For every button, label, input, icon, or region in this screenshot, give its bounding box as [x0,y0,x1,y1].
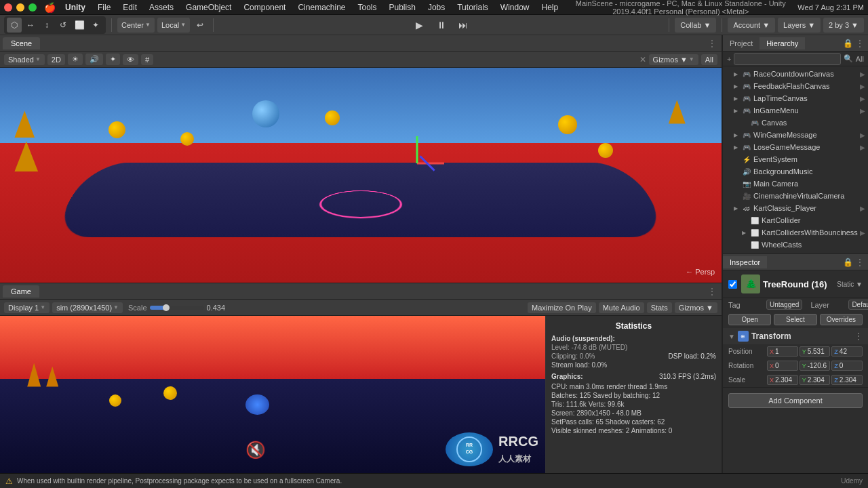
scale-x-field[interactable]: X 2.304 [767,375,798,385]
menu-file[interactable]: File [92,2,116,13]
active-checkbox[interactable] [728,280,737,289]
layout-button[interactable]: 2 by 3 ▼ [823,18,864,33]
list-item[interactable]: 🎮Canvas [723,117,868,129]
grid-btn[interactable]: # [141,54,153,65]
transform-header[interactable]: ▼ ⊕ Transform ⋮ [723,328,868,344]
game-options-icon[interactable]: ⋮ [705,285,719,298]
scale-slider[interactable] [150,306,204,310]
menu-tools[interactable]: Tools [353,2,382,13]
list-item[interactable]: 🎥CinemachineVirtualCamera [723,190,868,202]
resolution-dropdown[interactable]: sim (2890x1450) ▼ [52,302,123,313]
list-item[interactable]: ▶🎮LapTimeCanvas▶ [723,92,868,104]
menu-assets[interactable]: Assets [144,2,179,13]
list-item[interactable]: ⬜WheelCasts [723,239,868,251]
display-dropdown[interactable]: Display 1 ▼ [4,302,50,313]
menu-tutorials[interactable]: Tutorials [452,2,494,13]
close-button[interactable] [4,3,12,12]
pos-y-field[interactable]: Y 5.531 [800,346,831,357]
expand-right-icon: ▶ [860,229,865,237]
minimize-button[interactable] [16,3,24,12]
list-item[interactable]: ▶🎮RaceCountdownCanvas▶ [723,68,868,80]
layers-button[interactable]: Layers ▼ [778,18,821,33]
rot-z-field[interactable]: Z 0 [831,361,863,371]
rot-y-field[interactable]: Y -120.6 [800,361,831,371]
hierarchy-search-input[interactable] [734,53,840,65]
open-button[interactable]: Open [728,314,771,325]
rect-tool[interactable]: ⬜ [72,18,87,33]
scene-options-icon[interactable]: ⋮ [705,37,719,49]
pause-button[interactable]: ⏸ [432,18,451,33]
menu-edit[interactable]: Edit [117,2,142,13]
transform-tools: ⬡ ↔ ↕ ↺ ⬜ ✦ [4,16,106,34]
rotate-tool[interactable]: ↕ [39,18,54,33]
move-tool[interactable]: ↔ [23,18,38,33]
shading-dropdown[interactable]: Shaded ▼ [4,54,45,65]
account-button[interactable]: Account ▼ [728,18,775,33]
menu-cinemachine[interactable]: Cinemachine [292,2,351,13]
list-item[interactable]: ▶⬜KartCollidersWithBounciness▶ [723,226,868,239]
scale-tool[interactable]: ↺ [56,18,71,33]
add-component-button[interactable]: Add Component [728,393,863,408]
menu-gameobject[interactable]: GameObject [180,2,237,13]
hidden-btn[interactable]: 👁 [123,54,138,65]
transform-icon: ⊕ [738,331,749,342]
list-item[interactable]: ⚡EventSystem [723,153,868,165]
scale-z-field[interactable]: Z 2.304 [831,375,863,385]
mute-audio-btn[interactable]: Mute Audio [599,302,644,313]
fx-btn[interactable]: ✦ [106,54,120,65]
list-item[interactable]: 🔊BackgroundMusic [723,165,868,178]
select-button[interactable]: Select [774,314,816,325]
layer-dropdown[interactable]: Default [848,300,868,310]
lighting-btn[interactable]: ☀ [68,54,83,65]
history-btn[interactable]: ↩ [193,18,208,33]
lock-icon[interactable]: 🔒 [843,258,853,267]
stats-btn[interactable]: Stats [647,302,672,313]
menu-jobs[interactable]: Jobs [422,2,450,13]
list-item[interactable]: ⬜KartCollider [723,214,868,226]
game-gizmos-btn[interactable]: Gizmos ▼ [675,302,717,313]
tab-inspector[interactable]: Inspector [723,256,767,268]
maximize-button[interactable] [28,3,37,12]
step-button[interactable]: ⏭ [454,18,473,33]
rot-x-field[interactable]: X 0 [767,361,798,371]
all-btn[interactable]: All [701,54,717,65]
play-button[interactable]: ▶ [410,18,429,33]
list-item[interactable]: ▶🎮LoseGameMessage▶ [723,141,868,153]
overrides-button[interactable]: Overrides [820,314,863,325]
maximize-on-play-btn[interactable]: Maximize On Play [528,302,596,313]
pos-z-field[interactable]: Z 42 [831,346,863,357]
tab-game[interactable]: Game [3,285,39,298]
list-item[interactable]: ▶🎮InGameMenu▶ [723,104,868,117]
transform-settings-icon[interactable]: ⋮ [854,331,863,341]
gizmos-dropdown[interactable]: Gizmos ▼ ▼ [649,54,698,65]
tag-dropdown[interactable]: Untagged [766,300,802,310]
menu-window[interactable]: Window [495,2,535,13]
object-type-icon: ⬜ [750,216,760,225]
tab-scene[interactable]: Scene [3,37,40,49]
menu-publish[interactable]: Publish [384,2,421,13]
hand-tool[interactable]: ⬡ [7,18,22,33]
tab-project[interactable]: Project [723,37,760,49]
pivot-dropdown[interactable]: Center ▼ [117,18,155,33]
list-item[interactable]: ▶🎮WinGameMessage▶ [723,129,868,141]
audio-btn[interactable]: 🔊 [85,54,103,65]
list-item[interactable]: ▶🏎KartClassic_Player▶ [723,202,868,214]
list-item[interactable]: 📷Main Camera [723,178,868,190]
pos-x-field[interactable]: X 1 [767,346,798,357]
collab-button[interactable]: Collab ▼ [675,18,716,33]
2d-button[interactable]: 2D [47,54,65,65]
menu-unity[interactable]: Unity [60,2,91,13]
options-icon[interactable]: ⋮ [856,258,864,267]
lock-icon[interactable]: 🔒 [843,39,853,48]
transform-tool[interactable]: ✦ [88,18,103,33]
options-icon[interactable]: ⋮ [856,39,864,48]
list-item[interactable]: ⬜KartCenterMass [723,251,868,253]
tab-hierarchy[interactable]: Hierarchy [760,37,805,49]
menu-component[interactable]: Component [238,2,291,13]
scene-viewport[interactable]: ← Persp [0,68,722,283]
menu-help[interactable]: Help [536,2,564,13]
scale-y-field[interactable]: Y 2.304 [800,375,831,385]
list-item[interactable]: ▶🎮FeedbackFlashCanvas▶ [723,80,868,92]
local-dropdown[interactable]: Local ▼ [157,18,190,33]
static-dropdown[interactable]: Static ▼ [837,281,863,288]
